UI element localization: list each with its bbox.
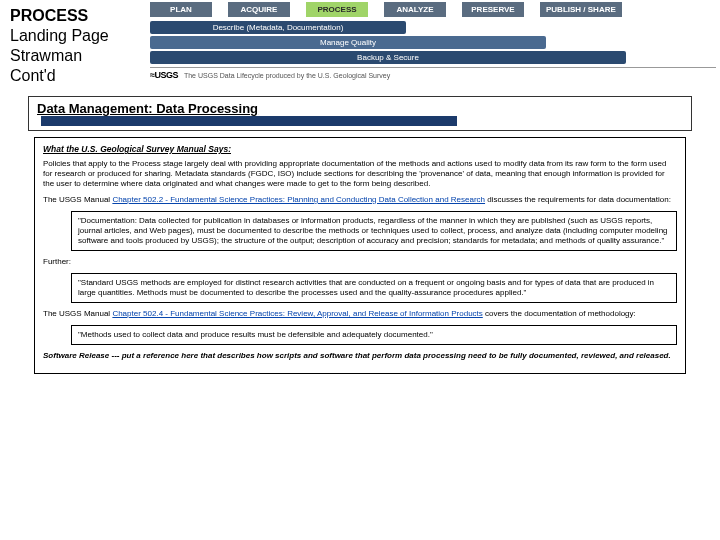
usgs-tagline: The USGS Data Lifecycle produced by the …: [184, 72, 390, 79]
manual-says-head: What the U.S. Geological Survey Manual S…: [43, 144, 677, 155]
lifecycle-bar-backup: Backup & Secure: [150, 51, 626, 64]
lifecycle-bar-describe: Describe (Metadata, Documentation): [150, 21, 406, 34]
quote-standard-methods: "Standard USGS methods are employed for …: [71, 273, 677, 303]
further-label: Further:: [43, 257, 677, 267]
stage-acquire: ACQUIRE: [228, 2, 290, 17]
lifecycle-bar-quality: Manage Quality: [150, 36, 546, 49]
heading-accent: [41, 116, 457, 126]
section-heading-bar: Data Management: Data Processing: [28, 96, 692, 131]
software-release-note: Software Release --- put a reference her…: [43, 351, 677, 361]
link-chapter-502-4[interactable]: Chapter 502.4 - Fundamental Science Prac…: [112, 309, 482, 318]
lifecycle-diagram: PLAN ACQUIRE PROCESS ANALYZE PRESERVE PU…: [150, 0, 720, 80]
para-502-4: The USGS Manual Chapter 502.4 - Fundamen…: [43, 309, 677, 319]
stage-publish: PUBLISH / SHARE: [540, 2, 622, 17]
stage-analyze: ANALYZE: [384, 2, 446, 17]
quote-methods-defensible: "Methods used to collect data and produc…: [71, 325, 677, 345]
stage-process: PROCESS: [306, 2, 368, 17]
stage-plan: PLAN: [150, 2, 212, 17]
usgs-logo: ≈USGS: [150, 70, 178, 80]
title-line-1: PROCESS: [10, 6, 140, 26]
para-502-2: The USGS Manual Chapter 502.2 - Fundamen…: [43, 195, 677, 205]
title-line-4: Cont'd: [10, 66, 140, 86]
quote-documentation: "Documentation: Data collected for publi…: [71, 211, 677, 251]
para-intro: Policies that apply to the Process stage…: [43, 159, 677, 189]
stage-row: PLAN ACQUIRE PROCESS ANALYZE PRESERVE PU…: [150, 2, 716, 17]
title-line-2: Landing Page: [10, 26, 140, 46]
title-line-3: Strawman: [10, 46, 140, 66]
header-row: PROCESS Landing Page Strawman Cont'd PLA…: [0, 0, 720, 96]
link-chapter-502-2[interactable]: Chapter 502.2 - Fundamental Science Prac…: [112, 195, 485, 204]
usgs-row: ≈USGS The USGS Data Lifecycle produced b…: [150, 67, 716, 80]
content-panel: What the U.S. Geological Survey Manual S…: [34, 137, 686, 374]
section-heading: Data Management: Data Processing: [37, 101, 264, 116]
title-box: PROCESS Landing Page Strawman Cont'd: [0, 0, 150, 96]
stage-preserve: PRESERVE: [462, 2, 524, 17]
